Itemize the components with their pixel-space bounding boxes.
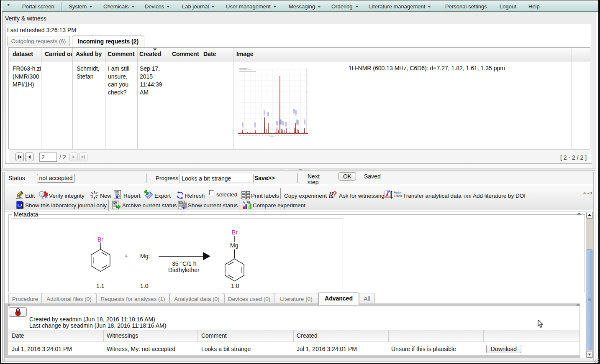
svg-text:Br: Br <box>232 229 238 236</box>
svg-text:?: ? <box>333 190 337 198</box>
svg-text:PDF: PDF <box>115 191 119 193</box>
svg-text:Mg:: Mg: <box>140 253 150 260</box>
svg-text:1.0: 1.0 <box>140 283 149 289</box>
svg-text:LJ: LJ <box>18 203 22 207</box>
svg-text:Mg: Mg <box>230 242 238 249</box>
svg-text:A: A <box>243 201 245 204</box>
svg-text:1.0: 1.0 <box>231 283 239 289</box>
svg-text:PDF: PDF <box>179 202 183 204</box>
svg-text:PDF: PDF <box>113 202 117 204</box>
svg-text:+: + <box>124 252 128 259</box>
svg-text:Diethylether: Diethylether <box>168 267 200 273</box>
svg-text:Br: Br <box>97 236 103 243</box>
svg-text:1.1: 1.1 <box>96 283 105 289</box>
